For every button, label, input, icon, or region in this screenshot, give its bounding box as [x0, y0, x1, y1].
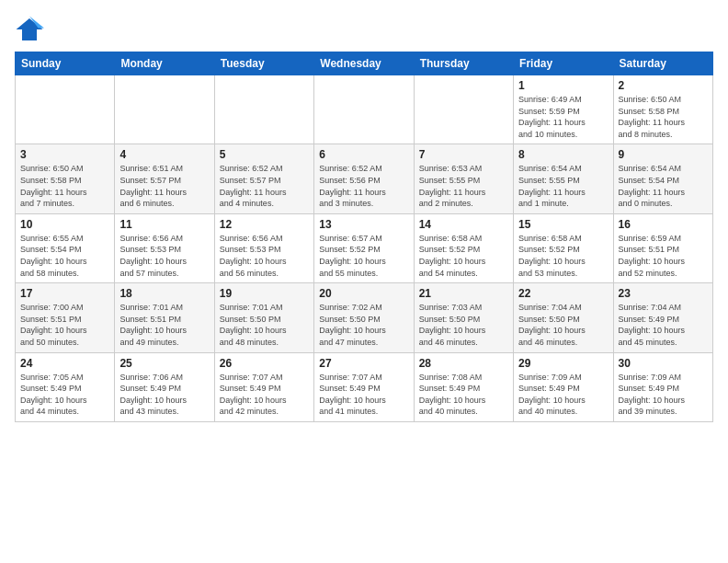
day-number: 12 — [220, 218, 309, 231]
day-number: 17 — [20, 287, 109, 300]
calendar-cell: 27Sunrise: 7:07 AMSunset: 5:49 PMDayligh… — [314, 352, 414, 421]
day-number: 3 — [20, 148, 109, 161]
calendar-cell: 10Sunrise: 6:55 AMSunset: 5:54 PMDayligh… — [16, 213, 115, 282]
calendar-cell: 12Sunrise: 6:56 AMSunset: 5:53 PMDayligh… — [214, 213, 313, 282]
calendar-week-row: 3Sunrise: 6:50 AMSunset: 5:58 PMDaylight… — [16, 144, 713, 213]
calendar-cell: 11Sunrise: 6:56 AMSunset: 5:53 PMDayligh… — [115, 213, 214, 282]
calendar-week-row: 24Sunrise: 7:05 AMSunset: 5:49 PMDayligh… — [16, 352, 713, 421]
day-number: 15 — [518, 218, 608, 231]
day-info: Sunrise: 6:52 AMSunset: 5:57 PMDaylight:… — [220, 163, 309, 209]
calendar-cell: 2Sunrise: 6:50 AMSunset: 5:58 PMDaylight… — [613, 75, 712, 144]
calendar-cell: 22Sunrise: 7:04 AMSunset: 5:50 PMDayligh… — [514, 283, 613, 352]
calendar-cell: 21Sunrise: 7:03 AMSunset: 5:50 PMDayligh… — [414, 283, 513, 352]
calendar-cell: 15Sunrise: 6:58 AMSunset: 5:52 PMDayligh… — [514, 213, 613, 282]
calendar-week-row: 17Sunrise: 7:00 AMSunset: 5:51 PMDayligh… — [16, 283, 713, 352]
calendar-cell: 20Sunrise: 7:02 AMSunset: 5:50 PMDayligh… — [314, 283, 414, 352]
calendar-cell — [414, 75, 513, 144]
svg-marker-0 — [17, 18, 43, 40]
day-header-tuesday: Tuesday — [214, 52, 313, 75]
day-number: 26 — [220, 357, 309, 370]
calendar-cell — [16, 75, 115, 144]
day-number: 18 — [119, 287, 209, 300]
day-info: Sunrise: 6:59 AMSunset: 5:51 PMDaylight:… — [619, 233, 708, 279]
day-info: Sunrise: 6:56 AMSunset: 5:53 PMDaylight:… — [119, 233, 209, 279]
day-info: Sunrise: 6:58 AMSunset: 5:52 PMDaylight:… — [419, 233, 508, 279]
day-number: 8 — [518, 148, 608, 161]
day-info: Sunrise: 6:52 AMSunset: 5:56 PMDaylight:… — [319, 163, 408, 209]
day-number: 2 — [619, 79, 708, 92]
day-number: 23 — [619, 287, 708, 300]
day-info: Sunrise: 6:53 AMSunset: 5:55 PMDaylight:… — [419, 163, 508, 209]
calendar-cell: 7Sunrise: 6:53 AMSunset: 5:55 PMDaylight… — [414, 144, 513, 213]
calendar-cell — [314, 75, 414, 144]
page-header — [15, 15, 713, 44]
day-number: 11 — [119, 218, 209, 231]
calendar-cell: 25Sunrise: 7:06 AMSunset: 5:49 PMDayligh… — [115, 352, 214, 421]
day-number: 28 — [419, 357, 508, 370]
day-info: Sunrise: 7:02 AMSunset: 5:50 PMDaylight:… — [319, 302, 408, 348]
day-info: Sunrise: 6:50 AMSunset: 5:58 PMDaylight:… — [20, 163, 109, 209]
logo — [15, 15, 48, 44]
calendar-cell: 1Sunrise: 6:49 AMSunset: 5:59 PMDaylight… — [514, 75, 613, 144]
calendar-cell: 30Sunrise: 7:09 AMSunset: 5:49 PMDayligh… — [613, 352, 712, 421]
day-info: Sunrise: 6:56 AMSunset: 5:53 PMDaylight:… — [220, 233, 309, 279]
day-number: 22 — [518, 287, 608, 300]
day-info: Sunrise: 7:04 AMSunset: 5:50 PMDaylight:… — [518, 302, 608, 348]
day-number: 19 — [220, 287, 309, 300]
day-number: 20 — [319, 287, 408, 300]
day-info: Sunrise: 7:00 AMSunset: 5:51 PMDaylight:… — [20, 302, 109, 348]
day-info: Sunrise: 7:03 AMSunset: 5:50 PMDaylight:… — [419, 302, 508, 348]
calendar-cell: 18Sunrise: 7:01 AMSunset: 5:51 PMDayligh… — [115, 283, 214, 352]
calendar-cell: 26Sunrise: 7:07 AMSunset: 5:49 PMDayligh… — [214, 352, 313, 421]
day-info: Sunrise: 7:07 AMSunset: 5:49 PMDaylight:… — [319, 372, 408, 418]
calendar-cell: 28Sunrise: 7:08 AMSunset: 5:49 PMDayligh… — [414, 352, 513, 421]
day-number: 24 — [20, 357, 109, 370]
calendar-week-row: 10Sunrise: 6:55 AMSunset: 5:54 PMDayligh… — [16, 213, 713, 282]
calendar-header-row: SundayMondayTuesdayWednesdayThursdayFrid… — [16, 52, 713, 75]
day-header-thursday: Thursday — [414, 52, 513, 75]
day-info: Sunrise: 6:51 AMSunset: 5:57 PMDaylight:… — [119, 163, 209, 209]
day-number: 16 — [619, 218, 708, 231]
day-info: Sunrise: 7:06 AMSunset: 5:49 PMDaylight:… — [119, 372, 209, 418]
day-number: 7 — [419, 148, 508, 161]
day-info: Sunrise: 7:04 AMSunset: 5:49 PMDaylight:… — [619, 302, 708, 348]
calendar-cell: 23Sunrise: 7:04 AMSunset: 5:49 PMDayligh… — [613, 283, 712, 352]
calendar-cell — [214, 75, 313, 144]
day-number: 29 — [518, 357, 608, 370]
calendar-cell: 29Sunrise: 7:09 AMSunset: 5:49 PMDayligh… — [514, 352, 613, 421]
calendar-cell: 16Sunrise: 6:59 AMSunset: 5:51 PMDayligh… — [613, 213, 712, 282]
day-info: Sunrise: 6:50 AMSunset: 5:58 PMDaylight:… — [619, 94, 708, 140]
calendar-cell: 14Sunrise: 6:58 AMSunset: 5:52 PMDayligh… — [414, 213, 513, 282]
day-number: 6 — [319, 148, 408, 161]
day-info: Sunrise: 7:01 AMSunset: 5:51 PMDaylight:… — [119, 302, 209, 348]
day-info: Sunrise: 7:05 AMSunset: 5:49 PMDaylight:… — [20, 372, 109, 418]
calendar-cell — [115, 75, 214, 144]
calendar-cell: 19Sunrise: 7:01 AMSunset: 5:50 PMDayligh… — [214, 283, 313, 352]
day-info: Sunrise: 6:49 AMSunset: 5:59 PMDaylight:… — [518, 94, 608, 140]
day-header-saturday: Saturday — [613, 52, 712, 75]
day-header-wednesday: Wednesday — [314, 52, 414, 75]
day-number: 1 — [518, 79, 608, 92]
calendar-cell: 24Sunrise: 7:05 AMSunset: 5:49 PMDayligh… — [16, 352, 115, 421]
day-info: Sunrise: 6:54 AMSunset: 5:55 PMDaylight:… — [518, 163, 608, 209]
day-header-monday: Monday — [115, 52, 214, 75]
day-number: 9 — [619, 148, 708, 161]
day-info: Sunrise: 6:55 AMSunset: 5:54 PMDaylight:… — [20, 233, 109, 279]
day-number: 25 — [119, 357, 209, 370]
calendar-cell: 6Sunrise: 6:52 AMSunset: 5:56 PMDaylight… — [314, 144, 414, 213]
day-number: 5 — [220, 148, 309, 161]
calendar-table: SundayMondayTuesdayWednesdayThursdayFrid… — [15, 52, 713, 422]
calendar-cell: 5Sunrise: 6:52 AMSunset: 5:57 PMDaylight… — [214, 144, 313, 213]
day-info: Sunrise: 6:57 AMSunset: 5:52 PMDaylight:… — [319, 233, 408, 279]
calendar-cell: 13Sunrise: 6:57 AMSunset: 5:52 PMDayligh… — [314, 213, 414, 282]
day-number: 30 — [619, 357, 708, 370]
day-header-friday: Friday — [514, 52, 613, 75]
day-number: 4 — [119, 148, 209, 161]
day-info: Sunrise: 6:58 AMSunset: 5:52 PMDaylight:… — [518, 233, 608, 279]
day-info: Sunrise: 7:07 AMSunset: 5:49 PMDaylight:… — [220, 372, 309, 418]
day-info: Sunrise: 7:01 AMSunset: 5:50 PMDaylight:… — [220, 302, 309, 348]
calendar-cell: 3Sunrise: 6:50 AMSunset: 5:58 PMDaylight… — [16, 144, 115, 213]
day-info: Sunrise: 7:09 AMSunset: 5:49 PMDaylight:… — [619, 372, 708, 418]
day-number: 13 — [319, 218, 408, 231]
day-info: Sunrise: 7:09 AMSunset: 5:49 PMDaylight:… — [518, 372, 608, 418]
